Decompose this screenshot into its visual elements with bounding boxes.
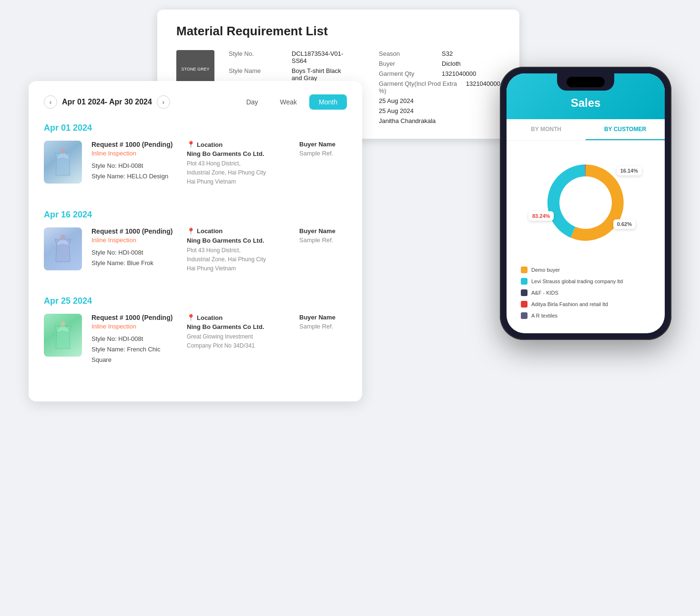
tab-weak[interactable]: Weak bbox=[271, 94, 307, 110]
phone-notch bbox=[557, 73, 614, 91]
section-date-apr16: Apr 16 2024 bbox=[44, 210, 347, 220]
material-fields-right: Season S32 Buyer Dicloth Garment Qty 132… bbox=[379, 50, 500, 124]
prev-arrow[interactable]: ‹ bbox=[44, 95, 57, 109]
tab-by-month[interactable]: BY MONTH bbox=[507, 119, 586, 140]
buyer-col-2: Buyer Name Sample Ref. bbox=[299, 227, 347, 244]
legend-label-1: Demo buyer bbox=[531, 267, 560, 273]
svg-point-1 bbox=[61, 235, 65, 239]
field-value-garmentqtyincl: 1321040000 bbox=[466, 80, 500, 94]
chart-legend: Demo buyer Levi Strauss global trading c… bbox=[516, 267, 655, 324]
location-address-3: Great Glowing Investment Company Plot No… bbox=[187, 332, 290, 350]
inspection-type-1[interactable]: Inline Inspection bbox=[91, 150, 177, 157]
buyer-label-1: Buyer Name bbox=[299, 141, 347, 148]
request-title-1: Request # 1000 (Pending) bbox=[91, 141, 177, 148]
location-label-2: Location bbox=[197, 227, 223, 235]
item-info-3: Request # 1000 (Pending) Inline Inspecti… bbox=[91, 314, 177, 365]
style-detail-2: Style No: HDI-008t Style Name: Blue Frok bbox=[91, 247, 177, 268]
legend-item-2: Levi Strauss global trading company ltd bbox=[521, 278, 650, 285]
field-label-buyer: Buyer bbox=[379, 60, 436, 67]
inspection-item-2: Request # 1000 (Pending) Inline Inspecti… bbox=[44, 227, 347, 283]
legend-label-3: A&F - KIDS bbox=[531, 290, 558, 296]
buyer-col-3: Buyer Name Sample Ref. bbox=[299, 314, 347, 330]
donut-label-83: 83.24% bbox=[528, 211, 554, 221]
style-detail-1: Style No: HDI-008t Style Name: HELLO Des… bbox=[91, 161, 177, 182]
location-pin-3: 📍 bbox=[187, 314, 195, 321]
donut-label-062: 0.62% bbox=[613, 219, 636, 229]
item-info-2: Request # 1000 (Pending) Inline Inspecti… bbox=[91, 227, 177, 268]
donut-chart: 83.24% 16.14% 0.62% bbox=[533, 150, 638, 255]
donut-label-16: 16.14% bbox=[617, 166, 642, 175]
legend-label-2: Levi Strauss global trading company ltd bbox=[531, 278, 623, 284]
sales-tabs: BY MONTH BY CUSTOMER bbox=[507, 119, 665, 141]
view-tabs: Day Weak Month bbox=[237, 94, 347, 110]
item-image-3 bbox=[44, 314, 82, 357]
field-label-stylename: Style Name bbox=[229, 67, 286, 82]
buyer-value-2: Sample Ref. bbox=[299, 236, 347, 244]
inspection-type-2[interactable]: Inline Inspection bbox=[91, 236, 177, 244]
legend-label-4: Aditya Birla Fashion and retail ltd bbox=[531, 301, 608, 307]
section-date-apr25: Apr 25 2024 bbox=[44, 296, 347, 306]
field-label-styleno: Style No. bbox=[229, 50, 286, 64]
location-col-1: 📍 Location Ning Bo Garments Co Ltd. Plot… bbox=[187, 141, 290, 187]
svg-point-2 bbox=[61, 321, 65, 326]
sales-title: Sales bbox=[516, 96, 655, 110]
phone-screen: Sales BY MONTH BY CUSTOMER bbox=[507, 73, 665, 333]
buyer-col-1: Buyer Name Sample Ref. bbox=[299, 141, 347, 157]
phone-frame: Sales BY MONTH BY CUSTOMER bbox=[500, 67, 671, 340]
schedule-card: ‹ Apr 01 2024- Apr 30 2024 › Day Weak Mo… bbox=[29, 81, 362, 401]
location-company-3: Ning Bo Garments Co Ltd. bbox=[187, 323, 290, 330]
item-image-2 bbox=[44, 227, 82, 270]
tab-day[interactable]: Day bbox=[237, 94, 268, 110]
item-info-1: Request # 1000 (Pending) Inline Inspecti… bbox=[91, 141, 177, 182]
date-range: Apr 01 2024- Apr 30 2024 bbox=[62, 98, 152, 106]
phone-mockup: Sales BY MONTH BY CUSTOMER bbox=[500, 67, 671, 340]
legend-item-5: A R textiles bbox=[521, 312, 650, 319]
inspection-item-3: Request # 1000 (Pending) Inline Inspecti… bbox=[44, 314, 347, 375]
tab-by-customer[interactable]: BY CUSTOMER bbox=[586, 119, 665, 140]
buyer-value-1: Sample Ref. bbox=[299, 150, 347, 157]
field-value-season: S32 bbox=[442, 50, 453, 57]
location-col-2: 📍 Location Ning Bo Garments Co Ltd. Plot… bbox=[187, 227, 290, 274]
material-card-title: Material Requirement List bbox=[176, 24, 500, 39]
field-label-garmentqty: Garment Qty bbox=[379, 70, 436, 77]
tab-month[interactable]: Month bbox=[309, 94, 347, 110]
location-pin-1: 📍 bbox=[187, 141, 195, 148]
field-value-styleno: DCL1873534-V01- SS64 bbox=[292, 50, 350, 64]
legend-item-1: Demo buyer bbox=[521, 267, 650, 273]
field-value-buyer: Dicloth bbox=[442, 60, 461, 67]
field-value-stylename: Boys T-shirt Black and Gray bbox=[292, 67, 350, 82]
section-date-apr01: Apr 01 2024 bbox=[44, 123, 347, 133]
field-label-season: Season bbox=[379, 50, 436, 57]
field-value-date2: 25 Aug 2024 bbox=[379, 107, 414, 114]
next-arrow[interactable]: › bbox=[157, 95, 170, 109]
location-company-2: Ning Bo Garments Co Ltd. bbox=[187, 237, 290, 244]
calendar-header: ‹ Apr 01 2024- Apr 30 2024 › Day Weak Mo… bbox=[44, 94, 347, 110]
legend-item-4: Aditya Birla Fashion and retail ltd bbox=[521, 301, 650, 308]
location-label-3: Location bbox=[197, 314, 223, 321]
location-company-1: Ning Bo Garments Co Ltd. bbox=[187, 150, 290, 157]
legend-label-5: A R textiles bbox=[531, 313, 558, 318]
inspection-item-1: Request # 1000 (Pending) Inline Inspecti… bbox=[44, 141, 347, 196]
legend-item-3: A&F - KIDS bbox=[521, 289, 650, 296]
legend-dot-3 bbox=[521, 289, 528, 296]
section-apr01: Apr 01 2024 Request # 1000 (Pending) Inl… bbox=[44, 123, 347, 196]
buyer-value-3: Sample Ref. bbox=[299, 323, 347, 330]
legend-dot-1 bbox=[521, 267, 528, 273]
inspection-type-3[interactable]: Inline Inspection bbox=[91, 323, 177, 330]
field-value-person: Janitha Chandrakala bbox=[379, 117, 436, 124]
field-label-garmentqtyincl: Garment Qty(Incl Prod Extra %) bbox=[379, 80, 460, 94]
notch-pill bbox=[567, 77, 605, 87]
legend-dot-4 bbox=[521, 301, 528, 308]
buyer-label-3: Buyer Name bbox=[299, 314, 347, 321]
request-title-3: Request # 1000 (Pending) bbox=[91, 314, 177, 321]
location-label-1: Location bbox=[197, 141, 223, 148]
buyer-label-2: Buyer Name bbox=[299, 227, 347, 235]
chart-container: 83.24% 16.14% 0.62% Demo buyer Levi Stra… bbox=[507, 141, 665, 333]
style-detail-3: Style No: HDI-008t Style Name: French Ch… bbox=[91, 334, 177, 365]
legend-dot-5 bbox=[521, 312, 528, 319]
section-apr16: Apr 16 2024 Request # 1000 (Pending) Inl… bbox=[44, 210, 347, 283]
request-title-2: Request # 1000 (Pending) bbox=[91, 227, 177, 235]
legend-dot-2 bbox=[521, 278, 528, 285]
phone-content: Sales BY MONTH BY CUSTOMER bbox=[507, 73, 665, 333]
location-address-2: Plot 43 Hong District, Industrial Zone, … bbox=[187, 246, 290, 274]
